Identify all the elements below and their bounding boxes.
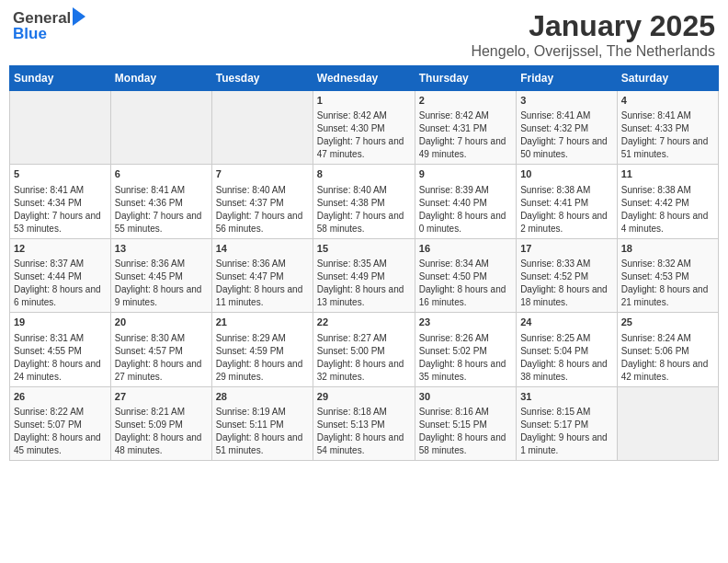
day-number: 29 (317, 390, 411, 404)
sunrise-text: Sunrise: 8:18 AM (317, 407, 387, 417)
daylight-text: Daylight: 8 hours and 51 minutes. (216, 432, 303, 455)
sunset-text: Sunset: 4:52 PM (520, 271, 588, 282)
calendar-cell: 9Sunrise: 8:39 AMSunset: 4:40 PMDaylight… (415, 165, 516, 238)
sunrise-text: Sunrise: 8:32 AM (621, 259, 691, 269)
month-title: January 2025 (471, 9, 715, 43)
calendar-cell: 30Sunrise: 8:16 AMSunset: 5:15 PMDayligh… (415, 386, 516, 460)
sunset-text: Sunset: 5:15 PM (419, 419, 487, 430)
day-number: 1 (317, 94, 411, 108)
calendar-cell (10, 91, 111, 165)
day-number: 8 (317, 167, 411, 181)
calendar-cell: 12Sunrise: 8:37 AMSunset: 4:44 PMDayligh… (10, 238, 111, 312)
day-header-monday: Monday (110, 66, 211, 91)
day-number: 14 (216, 242, 309, 256)
day-number: 21 (216, 316, 309, 329)
sunset-text: Sunset: 4:37 PM (216, 198, 284, 208)
calendar-cell: 20Sunrise: 8:30 AMSunset: 4:57 PMDayligh… (110, 313, 211, 386)
day-number: 17 (520, 242, 613, 256)
daylight-text: Daylight: 8 hours and 11 minutes. (216, 284, 303, 307)
calendar-cell: 11Sunrise: 8:38 AMSunset: 4:42 PMDayligh… (617, 165, 718, 238)
sunset-text: Sunset: 5:11 PM (216, 419, 284, 430)
sunset-text: Sunset: 4:50 PM (419, 271, 487, 282)
calendar-table: SundayMondayTuesdayWednesdayThursdayFrid… (9, 65, 719, 461)
daylight-text: Daylight: 8 hours and 2 minutes. (520, 211, 608, 234)
daylight-text: Daylight: 8 hours and 0 minutes. (419, 211, 506, 234)
daylight-text: Daylight: 8 hours and 21 minutes. (621, 284, 709, 307)
calendar-cell: 5Sunrise: 8:41 AMSunset: 4:34 PMDaylight… (10, 165, 111, 238)
calendar-cell: 23Sunrise: 8:26 AMSunset: 5:02 PMDayligh… (415, 313, 516, 386)
daylight-text: Daylight: 7 hours and 58 minutes. (317, 211, 404, 234)
daylight-text: Daylight: 7 hours and 47 minutes. (317, 136, 404, 159)
sunrise-text: Sunrise: 8:38 AM (520, 185, 590, 195)
calendar-cell: 1Sunrise: 8:42 AMSunset: 4:30 PMDaylight… (313, 91, 415, 165)
sunrise-text: Sunrise: 8:39 AM (419, 185, 489, 195)
calendar-cell: 17Sunrise: 8:33 AMSunset: 4:52 PMDayligh… (517, 238, 618, 312)
calendar-body: 1Sunrise: 8:42 AMSunset: 4:30 PMDaylight… (10, 91, 719, 461)
daylight-text: Daylight: 7 hours and 50 minutes. (520, 136, 608, 159)
day-number: 18 (621, 242, 714, 256)
calendar-cell: 8Sunrise: 8:40 AMSunset: 4:38 PMDaylight… (313, 165, 415, 238)
calendar-cell: 6Sunrise: 8:41 AMSunset: 4:36 PMDaylight… (110, 165, 211, 238)
day-number: 25 (621, 316, 714, 329)
calendar-header-row: SundayMondayTuesdayWednesdayThursdayFrid… (10, 66, 719, 91)
day-number: 30 (419, 390, 512, 404)
sunset-text: Sunset: 4:34 PM (14, 198, 82, 208)
sunrise-text: Sunrise: 8:19 AM (216, 407, 286, 417)
daylight-text: Daylight: 8 hours and 54 minutes. (317, 432, 404, 455)
day-header-sunday: Sunday (10, 66, 111, 91)
sunset-text: Sunset: 4:45 PM (115, 271, 183, 282)
sunrise-text: Sunrise: 8:30 AM (115, 333, 185, 343)
calendar-week-3: 12Sunrise: 8:37 AMSunset: 4:44 PMDayligh… (10, 238, 719, 312)
sunrise-text: Sunrise: 8:40 AM (317, 185, 387, 195)
calendar-cell: 24Sunrise: 8:25 AMSunset: 5:04 PMDayligh… (517, 313, 618, 386)
daylight-text: Daylight: 8 hours and 6 minutes. (14, 284, 101, 307)
daylight-text: Daylight: 8 hours and 48 minutes. (115, 432, 202, 455)
day-header-wednesday: Wednesday (313, 66, 415, 91)
daylight-text: Daylight: 7 hours and 51 minutes. (621, 136, 709, 159)
day-number: 11 (621, 167, 714, 181)
sunset-text: Sunset: 4:40 PM (419, 198, 487, 208)
sunset-text: Sunset: 4:47 PM (216, 271, 284, 282)
calendar-cell: 10Sunrise: 8:38 AMSunset: 4:41 PMDayligh… (517, 165, 618, 238)
calendar-cell: 14Sunrise: 8:36 AMSunset: 4:47 PMDayligh… (211, 238, 313, 312)
daylight-text: Daylight: 7 hours and 53 minutes. (14, 211, 101, 234)
daylight-text: Daylight: 8 hours and 38 minutes. (520, 359, 608, 382)
calendar-cell (211, 91, 313, 165)
calendar-cell: 31Sunrise: 8:15 AMSunset: 5:17 PMDayligh… (517, 386, 618, 460)
calendar-cell: 7Sunrise: 8:40 AMSunset: 4:37 PMDaylight… (211, 165, 313, 238)
day-number: 15 (317, 242, 411, 256)
sunset-text: Sunset: 4:32 PM (520, 123, 588, 133)
calendar-cell: 2Sunrise: 8:42 AMSunset: 4:31 PMDaylight… (415, 91, 516, 165)
day-number: 9 (419, 167, 512, 181)
title-area: January 2025 Hengelo, Overijssel, The Ne… (471, 9, 715, 60)
day-number: 31 (520, 390, 613, 404)
calendar-cell: 27Sunrise: 8:21 AMSunset: 5:09 PMDayligh… (110, 386, 211, 460)
daylight-text: Daylight: 8 hours and 42 minutes. (621, 359, 709, 382)
sunrise-text: Sunrise: 8:36 AM (216, 259, 286, 269)
sunrise-text: Sunrise: 8:26 AM (419, 333, 489, 343)
calendar-cell: 25Sunrise: 8:24 AMSunset: 5:06 PMDayligh… (617, 313, 718, 386)
day-number: 2 (419, 94, 512, 108)
calendar-cell (617, 386, 718, 460)
sunrise-text: Sunrise: 8:41 AM (14, 185, 84, 195)
daylight-text: Daylight: 8 hours and 4 minutes. (621, 211, 709, 234)
calendar-cell: 18Sunrise: 8:32 AMSunset: 4:53 PMDayligh… (617, 238, 718, 312)
day-number: 12 (14, 242, 107, 256)
day-number: 22 (317, 316, 411, 329)
sunset-text: Sunset: 4:38 PM (317, 198, 385, 208)
day-header-thursday: Thursday (415, 66, 516, 91)
calendar-cell: 26Sunrise: 8:22 AMSunset: 5:07 PMDayligh… (10, 386, 111, 460)
calendar-cell: 21Sunrise: 8:29 AMSunset: 4:59 PMDayligh… (211, 313, 313, 386)
sunset-text: Sunset: 4:59 PM (216, 346, 284, 356)
daylight-text: Daylight: 7 hours and 55 minutes. (115, 211, 202, 234)
daylight-text: Daylight: 8 hours and 24 minutes. (14, 359, 101, 382)
calendar-week-4: 19Sunrise: 8:31 AMSunset: 4:55 PMDayligh… (10, 313, 719, 386)
calendar-cell: 28Sunrise: 8:19 AMSunset: 5:11 PMDayligh… (211, 386, 313, 460)
sunrise-text: Sunrise: 8:40 AM (216, 185, 286, 195)
day-number: 5 (14, 167, 107, 181)
day-number: 3 (520, 94, 613, 108)
sunrise-text: Sunrise: 8:31 AM (14, 333, 84, 343)
day-header-friday: Friday (517, 66, 618, 91)
sunrise-text: Sunrise: 8:33 AM (520, 259, 590, 269)
daylight-text: Daylight: 7 hours and 56 minutes. (216, 211, 303, 234)
